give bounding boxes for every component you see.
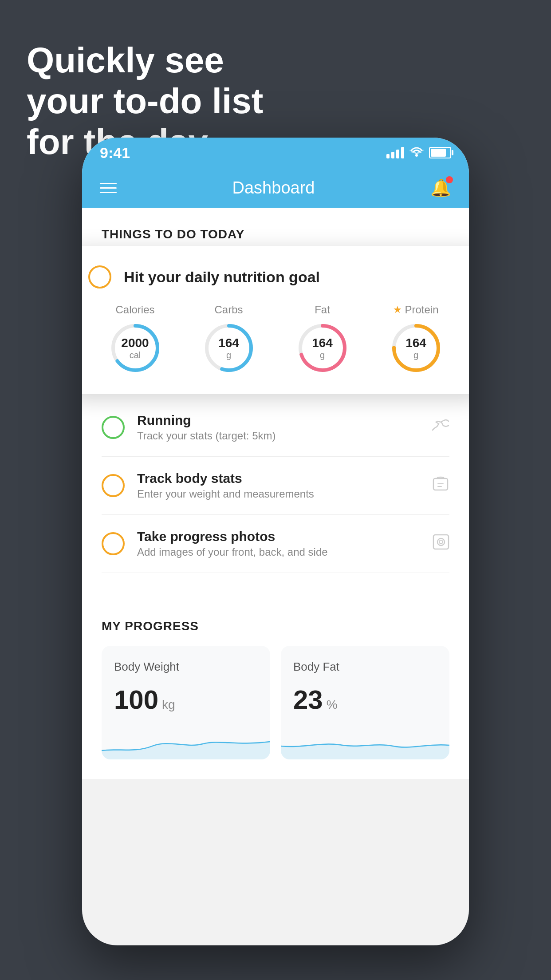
- notification-button[interactable]: 🔔: [430, 178, 451, 198]
- headline-line2: your to-do list: [27, 81, 263, 122]
- body-weight-chart: [102, 724, 270, 759]
- progress-cards: Body Weight 100 kg Body Fat: [102, 646, 449, 759]
- body-weight-number: 100: [114, 684, 158, 715]
- carbs-unit: g: [218, 350, 239, 360]
- macro-carbs: Carbs 164 g: [202, 304, 256, 375]
- calories-ring: 2000 cal: [109, 321, 162, 375]
- todo-item-body-stats[interactable]: Track body stats Enter your weight and m…: [102, 457, 449, 515]
- card-header: Hit your daily nutrition goal: [88, 265, 463, 288]
- body-fat-title: Body Fat: [293, 660, 437, 674]
- protein-label-row: ★ Protein: [393, 304, 438, 316]
- svg-point-13: [437, 538, 445, 545]
- scale-icon: [432, 475, 449, 497]
- fat-label: Fat: [315, 304, 330, 316]
- macro-fat: Fat 164 g: [296, 304, 349, 375]
- macro-calories: Calories 2000 cal: [109, 304, 162, 375]
- nutrition-check-circle: [88, 265, 111, 288]
- star-icon: ★: [393, 304, 402, 316]
- progress-title: MY PROGRESS: [102, 619, 449, 633]
- running-text: Running Track your stats (target: 5km): [137, 413, 419, 442]
- notification-dot: [446, 176, 453, 183]
- phone-frame: 9:41: [82, 138, 469, 945]
- photos-text: Take progress photos Add images of your …: [137, 529, 420, 558]
- nutrition-card[interactable]: Hit your daily nutrition goal Calories 2…: [82, 246, 469, 394]
- todo-list: Running Track your stats (target: 5km) T…: [82, 399, 469, 573]
- body-weight-unit: kg: [162, 698, 175, 712]
- fat-unit: g: [312, 350, 333, 360]
- running-sub: Track your stats (target: 5km): [137, 430, 419, 442]
- status-bar: 9:41: [82, 138, 469, 168]
- svg-rect-12: [433, 535, 449, 549]
- calories-unit: cal: [121, 350, 149, 360]
- signal-icon: [386, 147, 404, 158]
- macros-row: Calories 2000 cal Carbs: [88, 304, 463, 375]
- protein-unit: g: [405, 350, 426, 360]
- photo-icon: [433, 533, 449, 555]
- nutrition-title: Hit your daily nutrition goal: [124, 269, 320, 286]
- todo-item-running[interactable]: Running Track your stats (target: 5km): [102, 399, 449, 457]
- carbs-label: Carbs: [214, 304, 243, 316]
- body-fat-card[interactable]: Body Fat 23 %: [281, 646, 449, 759]
- body-weight-title: Body Weight: [114, 660, 258, 674]
- menu-button[interactable]: [100, 183, 117, 193]
- body-fat-unit: %: [327, 698, 338, 712]
- protein-ring: 164 g: [390, 321, 443, 375]
- running-icon: [432, 418, 449, 438]
- body-weight-card[interactable]: Body Weight 100 kg: [102, 646, 270, 759]
- body-stats-sub: Enter your weight and measurements: [137, 488, 419, 500]
- things-section: THINGS TO DO TODAY: [82, 208, 469, 241]
- body-stats-name: Track body stats: [137, 471, 419, 486]
- nav-bar: Dashboard 🔔: [82, 168, 469, 208]
- photos-sub: Add images of your front, back, and side: [137, 546, 420, 558]
- body-fat-number: 23: [293, 684, 323, 715]
- nav-title: Dashboard: [232, 178, 315, 198]
- todo-item-photos[interactable]: Take progress photos Add images of your …: [102, 515, 449, 573]
- wifi-icon: [409, 146, 424, 160]
- status-time: 9:41: [100, 144, 130, 162]
- calories-label: Calories: [115, 304, 154, 316]
- headline-line1: Quickly see: [27, 40, 263, 81]
- body-stats-text: Track body stats Enter your weight and m…: [137, 471, 419, 500]
- photos-name: Take progress photos: [137, 529, 420, 544]
- content-area: THINGS TO DO TODAY Hit your daily nutrit…: [82, 208, 469, 779]
- things-title: THINGS TO DO TODAY: [102, 227, 449, 241]
- carbs-value: 164: [218, 336, 239, 350]
- fat-ring: 164 g: [296, 321, 349, 375]
- fat-value: 164: [312, 336, 333, 350]
- body-fat-chart: [281, 724, 449, 759]
- body-stats-circle: [102, 474, 125, 497]
- running-circle: [102, 416, 125, 439]
- body-weight-value: 100 kg: [114, 684, 258, 715]
- progress-section: MY PROGRESS Body Weight 100 kg: [82, 600, 469, 779]
- calories-value: 2000: [121, 336, 149, 350]
- running-name: Running: [137, 413, 419, 428]
- svg-point-0: [415, 154, 418, 157]
- body-fat-value: 23 %: [293, 684, 437, 715]
- carbs-ring: 164 g: [202, 321, 256, 375]
- protein-label: Protein: [405, 304, 438, 316]
- status-icons: [386, 146, 451, 160]
- protein-value: 164: [405, 336, 426, 350]
- photos-circle: [102, 532, 125, 555]
- macro-protein: ★ Protein 164 g: [390, 304, 443, 375]
- battery-icon: [429, 147, 451, 158]
- svg-point-14: [439, 540, 443, 544]
